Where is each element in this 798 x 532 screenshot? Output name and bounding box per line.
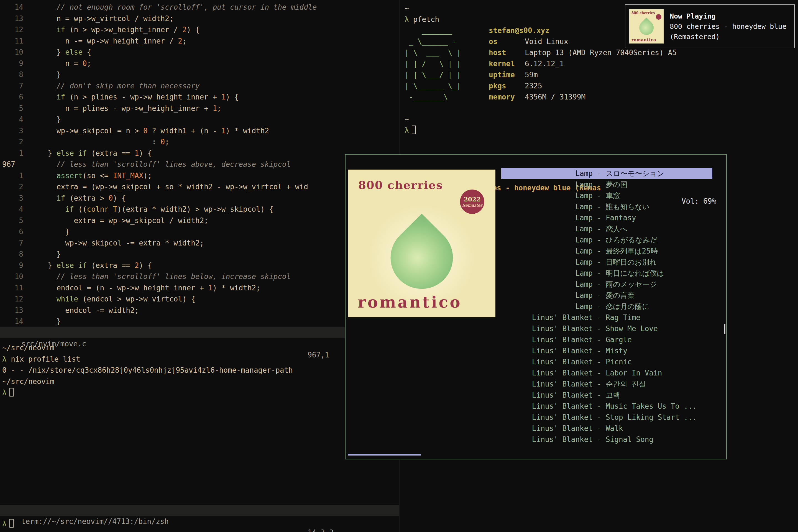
playlist-track[interactable]: Lamp - スロ〜モ〜ション (501, 168, 712, 179)
pfetch-info-row: hostLaptop 13 (AMD Ryzen 7040Series) A5 (489, 47, 677, 58)
playlist-track[interactable]: Linus' Blanket - Stop Liking Start ... (501, 412, 712, 423)
code-text: } else if (extra == 1) { (31, 148, 152, 159)
code-line[interactable]: 5 extra = wp->w_skipcol / width2; (0, 215, 399, 226)
pfetch-info-row: pkgs2325 (489, 80, 677, 92)
code-line[interactable]: 13 endcol -= width2; (0, 305, 399, 316)
blank-line (404, 102, 798, 114)
track-title: Music Takes Us To ... (606, 401, 712, 412)
code-line[interactable]: 2 : 0; (0, 136, 399, 148)
progress-bar[interactable] (348, 454, 724, 456)
playlist-track[interactable]: Lamp - Fantasy (501, 212, 712, 223)
playlist-track[interactable]: Lamp - 夢の国 (501, 179, 712, 190)
token: n = wp->w_virtcol / width2; (31, 14, 174, 23)
code-line[interactable]: 10 } else { (0, 46, 399, 58)
code-line[interactable]: 6 } (0, 226, 399, 238)
token: { (82, 48, 91, 56)
code-line[interactable]: 12 if (n > wp->w_height_inner / 2) { (0, 24, 399, 36)
playlist-track[interactable]: Linus' Blanket - Signal Song (501, 434, 712, 445)
token: : (31, 138, 161, 146)
token: 2 (178, 37, 182, 45)
code-line[interactable]: 9 } else if (extra == 2) { (0, 260, 399, 271)
playlist-track[interactable]: Lamp - 車窓 (501, 190, 712, 201)
code-text: extra = wp->w_skipcol / width2; (31, 215, 208, 226)
track-artist: Linus' Blanket (501, 401, 593, 412)
playlist-track[interactable]: Lamp - 誰も知らない (501, 201, 712, 212)
playlist-track[interactable]: Lamp - 雨のメッセージ (501, 279, 712, 290)
notification-title: Now Playing (670, 11, 786, 21)
shell-prompt[interactable]: λ (404, 125, 798, 136)
token: else (57, 149, 74, 157)
code-line[interactable]: 12 while (endcol > wp->w_virtcol) { (0, 293, 399, 305)
playlist-track[interactable]: Linus' Blanket - Walk (501, 423, 712, 434)
pfetch-value: 6.12.12_1 (525, 60, 564, 68)
code-line[interactable]: 14 } (0, 316, 399, 327)
code-line[interactable]: 11 endcol = (n - wp->w_height_inner + 1)… (0, 282, 399, 294)
playlist-track[interactable]: Lamp - 恋は月の蔭に (501, 301, 712, 312)
playlist-track[interactable]: Linus' Blanket - Music Takes Us To ... (501, 401, 712, 412)
track-title: 恋人へ (606, 223, 712, 234)
track-title: Signal Song (606, 434, 712, 445)
code-text: } (31, 114, 61, 125)
code-line[interactable]: 1 assert(so <= INT_MAX); (0, 170, 399, 182)
code-line[interactable]: 4 } (0, 114, 399, 125)
badge-year: 2022 (463, 196, 480, 203)
track-separator: - (593, 323, 606, 334)
code-line[interactable]: 11 n -= wp->w_height_inner / 2; (0, 36, 399, 47)
code-line[interactable]: 4 if ((colnr_T)(extra * width2) > wp->w_… (0, 204, 399, 215)
playlist-track[interactable]: Linus' Blanket - Show Me Love (501, 323, 712, 334)
playlist-track[interactable]: Linus' Blanket - 고백 (501, 390, 712, 401)
code-line[interactable]: 8 } (0, 69, 399, 80)
nvim-window[interactable]: 14 // not enough room for 'scrolloff', p… (0, 0, 400, 532)
code-line[interactable]: 7 // don't skip more than necessary (0, 80, 399, 92)
track-artist: Linus' Blanket (501, 367, 593, 379)
playlist-track[interactable]: Linus' Blanket - Misty (501, 345, 712, 356)
code-line[interactable]: 9 n = 0; (0, 58, 399, 69)
track-title: Gargle (606, 334, 712, 345)
playlist-track[interactable]: Linus' Blanket - Gargle (501, 334, 712, 345)
music-player-window[interactable]: [Playing] herries - honeydew blue (Remas… (345, 154, 727, 459)
album-artist-text: 800 cherries (358, 178, 443, 191)
playlist-track[interactable]: Linus' Blanket - 순간의 진실 (501, 379, 712, 390)
track-artist: Linus' Blanket (501, 390, 593, 401)
code-line[interactable]: 5 n = plines - wp->w_height_inner + 1; (0, 103, 399, 114)
pfetch-label: os (489, 36, 525, 47)
code-line[interactable]: 3 if (extra > 0) { (0, 193, 399, 204)
remaster-badge: 2022 Remaster (460, 190, 484, 214)
playlist-track[interactable]: Linus' Blanket - Rag Time (501, 312, 712, 323)
playlist-scrollbar[interactable] (724, 324, 725, 334)
track-title: 夢の国 (606, 179, 712, 190)
pfetch-command: pfetch (409, 15, 439, 23)
playlist-track[interactable]: Linus' Blanket - Picnic (501, 356, 712, 367)
code-line[interactable]: 967 // less than 'scrolloff' lines above… (0, 159, 399, 170)
token: ) { (187, 25, 200, 34)
code-line[interactable]: 1 } else if (extra == 1) { (0, 148, 399, 159)
now-playing-notification[interactable]: 800 cherries romantico Now Playing 800 c… (625, 4, 795, 48)
playlist-track[interactable]: Lamp - 最終列車は25時 (501, 246, 712, 256)
code-line[interactable]: 10 // less than 'scrolloff' lines below,… (0, 271, 399, 282)
playlist-track[interactable]: Lamp - 日曜日のお別れ (501, 256, 712, 268)
line-number: 5 (0, 215, 31, 226)
track-separator: - (593, 379, 606, 390)
code-text: while (endcol > wp->w_virtcol) { (31, 293, 195, 305)
code-line[interactable]: 6 if (n > plines - wp->w_height_inner + … (0, 92, 399, 103)
playlist-track[interactable]: Lamp - 愛の言葉 (501, 290, 712, 301)
album-title-text: romantico (358, 293, 462, 311)
playlist-track[interactable]: Linus' Blanket - Labor In Vain (501, 367, 712, 379)
playlist-track[interactable]: Lamp - 恋人へ (501, 223, 712, 234)
code-line[interactable]: 3 wp->w_skipcol = n > 0 ? width1 + (n - … (0, 125, 399, 137)
playlist-track[interactable]: Lamp - 明日になれば僕は (501, 268, 712, 279)
playlist-track[interactable]: Lamp - ひろがるなみだ (501, 234, 712, 246)
code-line[interactable]: 13 n = wp->w_virtcol / width2; (0, 13, 399, 24)
terminal-output[interactable]: ~/src/neovimλ nix profile list0 - - /nix… (0, 338, 399, 505)
token: if (78, 149, 87, 157)
notification-album-art: 800 cherries romantico (629, 9, 664, 43)
code-line[interactable]: 2 extra = (wp->w_skipcol + so * width2 -… (0, 181, 399, 193)
code-area[interactable]: 14 // not enough room for 'scrolloff', p… (0, 0, 399, 327)
token: 0 (82, 59, 87, 68)
token: // not enough room for 'scrolloff', put … (31, 3, 317, 11)
code-line[interactable]: 14 // not enough room for 'scrolloff', p… (0, 2, 399, 13)
code-line[interactable]: 7 wp->w_skipcol -= extra * width2; (0, 238, 399, 249)
track-separator: - (593, 212, 606, 223)
terminal-line: λ nix profile list (2, 354, 399, 365)
code-line[interactable]: 8 } (0, 249, 399, 260)
